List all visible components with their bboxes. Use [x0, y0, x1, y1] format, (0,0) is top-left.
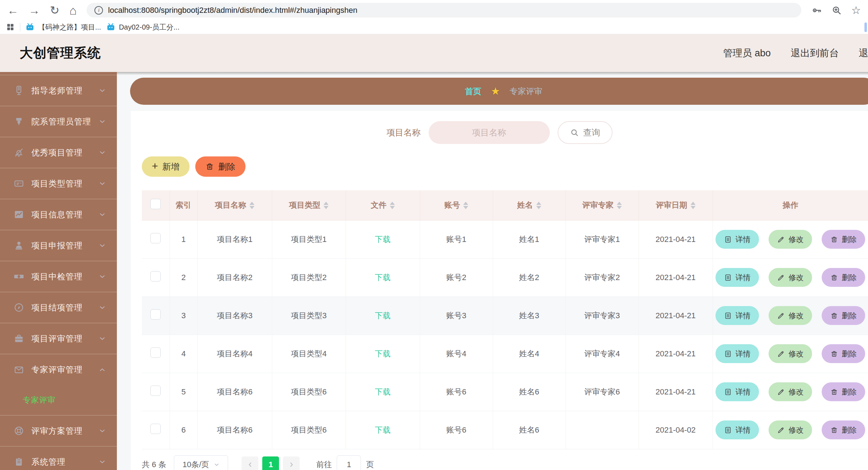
row-checkbox[interactable] [150, 233, 161, 243]
sidebar-item-dept-admin-mgmt[interactable]: 院系管理员管理 [0, 106, 117, 137]
sidebar-item-project-apply-mgmt[interactable]: 项目申报管理 [0, 230, 117, 261]
sidebar-item-advisor-mgmt[interactable]: 指导老师管理 [0, 75, 117, 106]
bilibili-icon [106, 22, 115, 32]
sidebar-item-project-midcheck-mgmt[interactable]: 项目中检管理 [0, 261, 117, 292]
sidebar-item-system-mgmt[interactable]: 系统管理 [0, 446, 117, 470]
delete-button[interactable]: 删除 [195, 156, 246, 177]
column-header-expert[interactable]: 评审专家 [565, 190, 639, 220]
page-number-active[interactable]: 1 [262, 456, 279, 470]
sidebar-item-excellent-project-mgmt[interactable]: 优秀项目管理 [0, 137, 117, 168]
edit-button[interactable]: 修改 [769, 382, 812, 401]
sort-carets-icon[interactable] [617, 202, 622, 209]
sidebar-item-label: 专家评审管理 [31, 364, 83, 375]
prev-page-button[interactable] [242, 456, 258, 470]
edit-button[interactable]: 修改 [769, 268, 812, 287]
download-link[interactable]: 下载 [375, 273, 391, 282]
goto-page-input[interactable] [337, 455, 361, 470]
zoom-in-icon[interactable] [831, 5, 842, 16]
cell-expert: 评审专家6 [565, 373, 639, 411]
forward-icon[interactable]: → [29, 5, 40, 16]
row-checkbox[interactable] [150, 271, 161, 282]
sort-carets-icon[interactable] [691, 202, 696, 209]
edit-button[interactable]: 修改 [769, 230, 812, 249]
detail-button[interactable]: 详情 [715, 230, 759, 249]
reload-icon[interactable]: ↻ [50, 5, 60, 16]
sidebar-item-project-review-mgmt[interactable]: 项目评审管理 [0, 323, 117, 354]
row-delete-button[interactable]: 删除 [822, 230, 865, 249]
column-header-account[interactable]: 账号 [420, 190, 493, 220]
add-button[interactable]: + 新增 [142, 156, 190, 177]
edit-button[interactable]: 修改 [769, 306, 812, 325]
download-link[interactable]: 下载 [375, 425, 391, 434]
detail-button[interactable]: 详情 [715, 344, 759, 363]
row-checkbox[interactable] [150, 347, 161, 358]
sidebar-item-label: 优秀项目管理 [31, 147, 83, 158]
row-checkbox[interactable] [150, 424, 161, 434]
chevron-down-icon [98, 335, 106, 342]
column-header-project-name[interactable]: 项目名称 [197, 190, 272, 220]
column-header-file[interactable]: 文件 [346, 190, 420, 220]
download-link[interactable]: 下载 [375, 311, 391, 320]
download-link[interactable]: 下载 [375, 235, 391, 244]
download-link[interactable]: 下载 [375, 387, 391, 396]
edit-button[interactable]: 修改 [769, 344, 812, 363]
sort-carets-icon[interactable] [249, 202, 254, 209]
logout-link[interactable]: 退出 [859, 47, 868, 60]
bookmark-star-icon[interactable]: ☆ [851, 5, 861, 16]
sidebar-item-expert-review-mgmt[interactable]: 专家评审管理 [0, 354, 117, 385]
brush-icon [13, 115, 25, 128]
bell-off-icon [13, 146, 25, 159]
sidebar-item-project-closing-mgmt[interactable]: 项目结项管理 [0, 292, 117, 323]
sort-carets-icon[interactable] [536, 202, 541, 209]
app-body: 指导老师管理 院系管理员管理 优秀项目管理 项目类型管理 项目信息管理 [0, 72, 868, 470]
trash-icon [205, 162, 214, 171]
download-link[interactable]: 下载 [375, 349, 391, 358]
column-header-person-name[interactable]: 姓名 [493, 190, 565, 220]
row-delete-button[interactable]: 删除 [822, 344, 865, 363]
sidebar-item-project-info-mgmt[interactable]: 项目信息管理 [0, 199, 117, 230]
exit-to-front-link[interactable]: 退出到前台 [791, 47, 839, 60]
sidebar-subitem-label: 专家评审 [23, 395, 56, 406]
header-links: 管理员 abo 退出到前台 退出 [723, 47, 868, 60]
bookmark-item[interactable]: Day02-09-员工分... [106, 22, 180, 32]
edit-button[interactable]: 修改 [769, 420, 812, 439]
cell-person-name: 姓名4 [493, 335, 565, 373]
sidebar-subitem-expert-review[interactable]: 专家评审 [0, 385, 117, 415]
sidebar-scroll-sliver [0, 72, 117, 75]
pagination: 共 6 条 10条/页 1 前往 页 [142, 455, 868, 470]
row-delete-button[interactable]: 删除 [822, 268, 865, 287]
sort-carets-icon[interactable] [390, 202, 395, 209]
row-checkbox[interactable] [150, 309, 161, 320]
column-header-review-date[interactable]: 评审日期 [639, 190, 713, 220]
detail-button[interactable]: 详情 [715, 268, 759, 287]
site-info-icon[interactable]: i [94, 6, 103, 15]
admin-user-link[interactable]: 管理员 abo [723, 47, 771, 60]
apps-grid-icon[interactable] [6, 22, 15, 32]
row-delete-button[interactable]: 删除 [822, 420, 865, 439]
sort-carets-icon[interactable] [463, 202, 468, 209]
search-input[interactable] [429, 121, 550, 144]
sidebar-item-project-type-mgmt[interactable]: 项目类型管理 [0, 168, 117, 199]
next-page-button[interactable] [283, 456, 300, 470]
detail-button[interactable]: 详情 [715, 420, 759, 439]
query-button[interactable]: 查询 [558, 121, 613, 144]
detail-button[interactable]: 详情 [715, 382, 759, 401]
sidebar-item-review-plan-mgmt[interactable]: 评审方案管理 [0, 415, 117, 446]
row-delete-button[interactable]: 删除 [822, 382, 865, 401]
back-icon[interactable]: ← [7, 5, 19, 16]
bookmark-item[interactable]: 【码神之路】项目... [25, 22, 101, 32]
address-bar[interactable]: i localhost:8080/springbootj2zt8/admin/d… [87, 3, 801, 17]
password-key-icon[interactable] [811, 5, 822, 16]
row-delete-button[interactable]: 删除 [822, 306, 865, 325]
sort-carets-icon[interactable] [324, 202, 329, 209]
page-size-select[interactable]: 10条/页 [174, 455, 228, 470]
chevron-left-icon [247, 461, 254, 468]
table-header-row: 索引 项目名称 项目类型 文件 账号 姓名 评审专家 评审日期 操作 [142, 190, 868, 220]
breadcrumb-home-link[interactable]: 首页 [465, 86, 481, 97]
select-all-checkbox[interactable] [150, 199, 161, 209]
row-checkbox[interactable] [150, 386, 161, 396]
column-header-project-type[interactable]: 项目类型 [272, 190, 346, 220]
trash-icon [830, 350, 838, 358]
home-icon[interactable]: ⌂ [69, 4, 77, 16]
detail-button[interactable]: 详情 [715, 306, 759, 325]
